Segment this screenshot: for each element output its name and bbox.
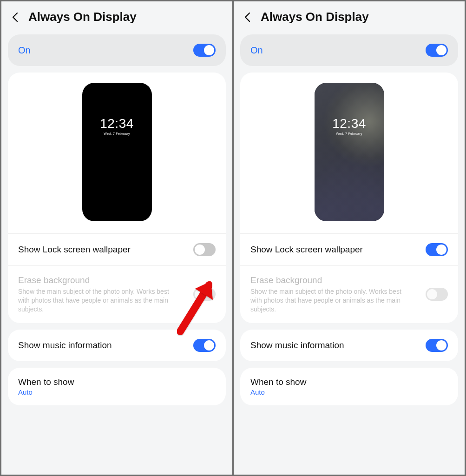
- erase-background-label: Erase background: [250, 275, 408, 285]
- back-icon[interactable]: [242, 12, 252, 22]
- show-wallpaper-toggle[interactable]: [193, 243, 216, 256]
- show-wallpaper-row[interactable]: Show Lock screen wallpaper: [8, 234, 226, 265]
- music-card: Show music information: [8, 330, 226, 361]
- erase-background-row: Erase background Show the main subject o…: [240, 265, 458, 323]
- phone-preview: 12:34 Wed, 7 February: [82, 83, 152, 221]
- page-title: Always On Display: [261, 10, 369, 24]
- clock: 12:34 Wed, 7 February: [82, 116, 152, 135]
- show-wallpaper-label: Show Lock screen wallpaper: [250, 245, 363, 255]
- when-to-show-row[interactable]: When to show Auto: [240, 368, 458, 405]
- when-card: When to show Auto: [8, 368, 226, 405]
- when-to-show-label: When to show: [250, 377, 306, 387]
- preview-card: 12:34 Wed, 7 February Show Lock screen w…: [8, 73, 226, 323]
- music-info-row[interactable]: Show music information: [240, 330, 458, 361]
- when-to-show-value: Auto: [250, 388, 306, 396]
- erase-background-toggle: [193, 288, 216, 301]
- preview-card: 12:34 Wed, 7 February Show Lock screen w…: [240, 73, 458, 323]
- show-wallpaper-toggle[interactable]: [426, 243, 448, 256]
- music-card: Show music information: [240, 330, 458, 361]
- back-icon[interactable]: [10, 12, 20, 22]
- master-toggle-row[interactable]: On: [240, 34, 458, 66]
- master-toggle-label: On: [250, 45, 263, 56]
- music-info-toggle[interactable]: [193, 339, 216, 352]
- clock: 12:34 Wed, 7 February: [315, 116, 384, 135]
- when-to-show-row[interactable]: When to show Auto: [8, 368, 226, 405]
- master-toggle[interactable]: [193, 44, 216, 57]
- clock-date: Wed, 7 February: [315, 132, 384, 135]
- erase-background-subtitle: Show the main subject of the photo only.…: [18, 287, 176, 314]
- master-toggle-row[interactable]: On: [8, 34, 226, 66]
- header: Always On Display: [1, 1, 232, 34]
- master-toggle-label: On: [18, 45, 31, 56]
- music-info-label: Show music information: [250, 340, 344, 350]
- clock-time: 12:34: [315, 116, 384, 131]
- aod-preview[interactable]: 12:34 Wed, 7 February: [8, 73, 226, 234]
- music-info-label: Show music information: [18, 340, 112, 350]
- when-card: When to show Auto: [240, 368, 458, 405]
- master-toggle[interactable]: [426, 44, 448, 57]
- settings-pane-left: Always On Display On 12:34 Wed, 7 Februa…: [1, 1, 232, 475]
- header: Always On Display: [234, 1, 465, 34]
- erase-background-row: Erase background Show the main subject o…: [8, 265, 226, 323]
- show-wallpaper-row[interactable]: Show Lock screen wallpaper: [240, 234, 458, 265]
- when-to-show-value: Auto: [18, 388, 74, 396]
- when-to-show-label: When to show: [18, 377, 74, 387]
- music-info-row[interactable]: Show music information: [8, 330, 226, 361]
- music-info-toggle[interactable]: [426, 339, 448, 352]
- settings-pane-right: Always On Display On 12:34 Wed, 7 Februa…: [234, 1, 465, 475]
- erase-background-subtitle: Show the main subject of the photo only.…: [250, 287, 408, 314]
- erase-background-label: Erase background: [18, 275, 176, 285]
- clock-time: 12:34: [82, 116, 152, 131]
- clock-date: Wed, 7 February: [82, 132, 152, 135]
- aod-preview[interactable]: 12:34 Wed, 7 February: [240, 73, 458, 234]
- show-wallpaper-label: Show Lock screen wallpaper: [18, 245, 131, 255]
- page-title: Always On Display: [28, 10, 137, 24]
- erase-background-toggle: [426, 288, 448, 301]
- phone-preview: 12:34 Wed, 7 February: [315, 83, 384, 221]
